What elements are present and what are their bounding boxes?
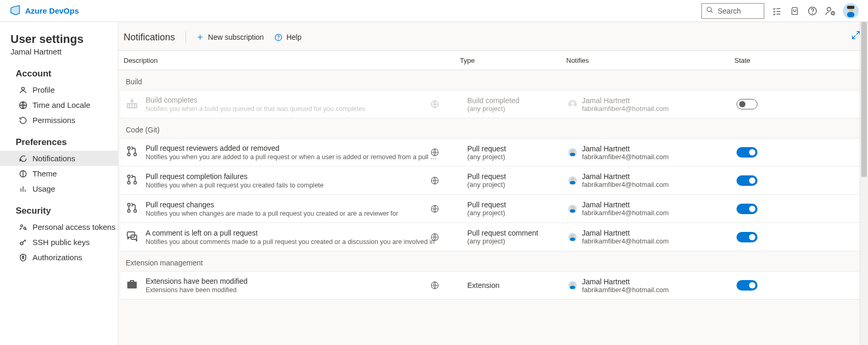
state-toggle[interactable] [737, 147, 757, 158]
svg-point-26 [278, 39, 279, 39]
scrollbar[interactable] [860, 22, 868, 345]
nav-usage[interactable]: Usage [0, 181, 118, 196]
nav-pat[interactable]: Personal access tokens [0, 219, 118, 235]
brand[interactable]: Azure DevOps [9, 4, 79, 17]
person-avatar-icon [568, 176, 577, 185]
person-avatar-icon [568, 233, 577, 241]
svg-rect-57 [570, 209, 575, 213]
svg-point-49 [571, 178, 574, 181]
new-subscription-button[interactable]: New subscription [196, 33, 264, 41]
marketplace-icon[interactable] [789, 6, 800, 16]
state-toggle[interactable] [737, 280, 757, 291]
table-row[interactable]: Pull request completion failures Notifie… [120, 166, 866, 195]
globe-icon [431, 233, 439, 241]
person-avatar-icon [568, 205, 577, 213]
row-sub: Notifies you about comments made to a pu… [146, 238, 435, 246]
search-box[interactable] [701, 3, 764, 19]
person-avatar-icon [568, 100, 577, 108]
topbar: Azure DevOps [0, 0, 868, 22]
type-main: Pull request [467, 144, 506, 153]
nav-label: Theme [32, 169, 57, 178]
svg-rect-50 [570, 181, 575, 184]
svg-point-52 [128, 209, 130, 212]
nav-theme[interactable]: Theme [0, 166, 118, 181]
refresh-icon [19, 116, 27, 125]
globe-icon [431, 281, 439, 290]
svg-point-21 [20, 242, 23, 244]
nav-notifications[interactable]: Notifications [0, 151, 118, 166]
help-button[interactable]: Help [274, 33, 302, 41]
col-type[interactable]: Type [460, 57, 566, 64]
person-icon [19, 86, 27, 94]
help-circle-icon [274, 34, 282, 41]
table-row[interactable]: Pull request changes Notifies you when c… [120, 195, 866, 223]
task-list-icon[interactable] [772, 6, 782, 16]
svg-point-35 [571, 102, 574, 105]
svg-rect-63 [570, 238, 575, 241]
chat-icon [19, 154, 27, 163]
nav-label: Profile [32, 85, 55, 94]
col-description[interactable]: Description [118, 57, 460, 64]
type-main: Build completed [467, 96, 520, 105]
notif-name: Jamal Hartnett [582, 172, 669, 181]
divider [185, 31, 186, 43]
type-sub: (any project) [467, 181, 506, 188]
nav-ssh[interactable]: SSH public keys [0, 235, 118, 250]
state-toggle[interactable] [737, 204, 757, 214]
table-row[interactable]: Pull request reviewers added or removed … [120, 138, 866, 166]
nav-label: Permissions [32, 116, 75, 125]
pull-request-icon [126, 145, 138, 158]
search-icon [706, 6, 713, 15]
svg-point-44 [128, 175, 130, 177]
group-ext: Extension management [120, 251, 866, 271]
svg-point-39 [134, 153, 137, 156]
nav-permissions[interactable]: Permissions [0, 113, 118, 128]
svg-point-37 [128, 147, 130, 150]
row-title: Pull request reviewers added or removed [146, 144, 439, 152]
svg-point-8 [832, 12, 834, 14]
svg-rect-67 [570, 286, 575, 289]
brand-label: Azure DevOps [25, 6, 79, 15]
azure-devops-logo-icon [9, 4, 21, 17]
nav-label: Notifications [32, 154, 75, 163]
state-toggle[interactable] [737, 175, 757, 186]
nav-label: Authorizations [32, 253, 82, 262]
content-header: Notifications New subscription Help [118, 22, 868, 50]
type-main: Pull request [467, 172, 506, 181]
type-main: Pull request [467, 201, 506, 209]
shield-lock-icon [19, 253, 27, 262]
state-toggle[interactable] [737, 232, 757, 242]
col-notifies[interactable]: Notifies [566, 57, 734, 64]
help-label: Help [287, 33, 302, 41]
nav-label: Usage [32, 184, 55, 193]
build-icon [126, 97, 138, 109]
table-row[interactable]: Extensions have been modified Extensions… [120, 271, 866, 299]
user-avatar[interactable] [843, 3, 859, 19]
table-row[interactable]: A comment is left on a pull request Noti… [120, 223, 866, 251]
svg-rect-12 [847, 6, 854, 9]
col-state[interactable]: State [734, 57, 868, 64]
person-avatar-icon [568, 148, 577, 157]
notif-name: Jamal Hartnett [582, 201, 669, 209]
page-title: User settings [10, 32, 118, 46]
nav-label: SSH public keys [32, 238, 90, 247]
notif-name: Jamal Hartnett [582, 229, 669, 237]
svg-line-28 [852, 36, 855, 39]
svg-line-27 [856, 31, 860, 35]
svg-point-46 [134, 181, 137, 184]
scrollbar-thumb[interactable] [861, 22, 867, 177]
nav-profile[interactable]: Profile [0, 82, 118, 97]
content-title: Notifications [124, 32, 175, 43]
nav-authorizations[interactable]: Authorizations [0, 250, 118, 265]
svg-point-51 [128, 203, 130, 206]
pull-request-icon [126, 173, 138, 186]
user-settings-icon[interactable] [825, 6, 836, 16]
theme-icon [19, 170, 27, 178]
table-row[interactable]: Build completes Notifies you when a buil… [120, 90, 866, 118]
notif-email: fabrikamfiber4@hotmail.com [582, 286, 669, 294]
nav-time-locale[interactable]: Time and Locale [0, 97, 118, 113]
help-icon[interactable] [807, 6, 818, 16]
group-code: Code (Git) [120, 118, 866, 138]
state-toggle[interactable] [737, 99, 757, 109]
notif-email: fabrikamfiber4@hotmail.com [582, 181, 669, 188]
